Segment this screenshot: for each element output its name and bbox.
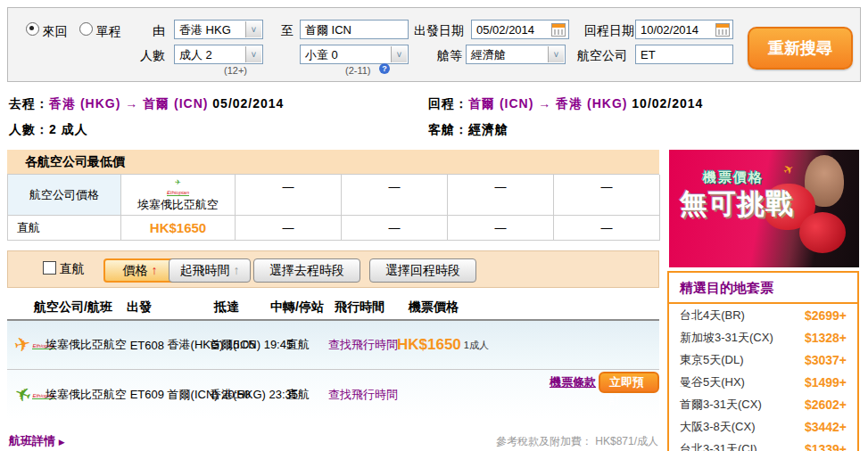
filter-bar: 直航 價格 ↑ 起飛時間 ↑ 選擇去程時段 選擇回程時段 bbox=[7, 250, 659, 288]
airline-input[interactable]: ET bbox=[635, 45, 733, 64]
flight-time-link[interactable]: 查找飛行時間 bbox=[328, 370, 398, 419]
stops-value: 直航 bbox=[286, 370, 310, 419]
ethiopian-airlines-logo-icon: ✈Ethiopian bbox=[167, 176, 189, 197]
matrix-empty-cell: — bbox=[448, 216, 554, 241]
deal-price: $2602+ bbox=[805, 398, 847, 412]
radio-round-trip-icon[interactable] bbox=[26, 22, 39, 36]
deal-name: 首爾3-31天(CX) bbox=[680, 397, 762, 413]
child-age-note: (2-11) bbox=[345, 65, 371, 76]
flight-time-link[interactable]: 查找飛行時間 bbox=[328, 321, 398, 369]
matrix-airline-name: 埃塞俄比亞航空 bbox=[137, 197, 219, 213]
child-select[interactable]: 小童 0 ˅ bbox=[300, 45, 409, 64]
dropdown-arrow-icon[interactable]: ˅ bbox=[391, 46, 407, 62]
dropdown-arrow-icon[interactable]: ˅ bbox=[548, 46, 564, 62]
cabin-select[interactable]: 經濟艙 ˅ bbox=[466, 45, 566, 64]
fare-price-cell: HK$1650 1成人 bbox=[397, 321, 489, 369]
depart-date-label: 出發日期 bbox=[414, 23, 464, 39]
deal-item[interactable]: 新加坡3-31天(CX) $1328+ bbox=[669, 326, 857, 348]
matrix-airline-cell[interactable]: ✈Ethiopian 埃塞俄比亞航空 bbox=[121, 175, 236, 216]
help-question-icon[interactable]: ? bbox=[379, 63, 390, 74]
deal-name: 台北3-31天(CI) bbox=[680, 441, 757, 451]
calendar-icon[interactable] bbox=[715, 23, 730, 37]
banner-tagline-small: 機票價格 bbox=[703, 169, 764, 186]
promo-banner[interactable]: 機票價格 ✈ 無可挑戰 bbox=[669, 150, 859, 267]
pax-label: 人數 bbox=[140, 48, 165, 64]
to-value: 首爾 ICN bbox=[305, 23, 351, 37]
child-value: 小童 0 bbox=[305, 48, 338, 62]
deal-item[interactable]: 東京5天(DL) $3037+ bbox=[669, 348, 857, 371]
matrix-empty-cell: — bbox=[554, 216, 660, 241]
airline-label: 航空公司 bbox=[577, 48, 627, 64]
direct-checkbox-icon[interactable] bbox=[43, 261, 56, 275]
outbound-summary: 去程：香港 (HKG) → 首爾 (ICN) 05/02/2014 bbox=[9, 96, 284, 112]
banner-plane-icon: ✈ bbox=[781, 160, 797, 178]
return-date-label: 回程日期 bbox=[584, 23, 634, 39]
adult-select[interactable]: 成人 2 ˅ bbox=[174, 45, 263, 64]
deal-item[interactable]: 大阪3-8天(CX) $3442+ bbox=[669, 415, 857, 438]
sort-departure-button[interactable]: 起飛時間 ↑ bbox=[169, 258, 251, 283]
airline-name: 埃塞俄比亞航空 bbox=[45, 337, 127, 353]
to-input[interactable]: 首爾 ICN bbox=[300, 20, 409, 39]
deal-price: $1328+ bbox=[805, 331, 847, 345]
depart-date-value: 05/02/2014 bbox=[476, 23, 534, 37]
col-header-price: 機票價格 bbox=[409, 299, 459, 316]
flight-number: ET609 bbox=[130, 388, 164, 401]
caret-right-icon: ▶ bbox=[59, 438, 65, 447]
airline-name: 埃塞俄比亞航空 bbox=[45, 387, 127, 403]
deal-item[interactable]: 台北3-31天(CI) $1339+ bbox=[669, 438, 857, 451]
round-trip-label: 來回 bbox=[43, 24, 68, 38]
direct-flight-filter[interactable]: 直航 bbox=[43, 261, 85, 277]
fare-price: HK$1650 bbox=[397, 336, 461, 354]
from-select[interactable]: 香港 HKG ˅ bbox=[174, 20, 263, 39]
matrix-direct-price[interactable]: HK$1650 bbox=[121, 216, 236, 241]
dropdown-arrow-icon[interactable]: ˅ bbox=[245, 21, 261, 37]
deal-price: $1499+ bbox=[805, 375, 847, 390]
col-header-duration: 飛行時間 bbox=[335, 299, 384, 316]
outbound-route: 香港 (HKG) → 首爾 (ICN) bbox=[49, 96, 208, 111]
matrix-row-header: 航空公司價格 bbox=[8, 175, 121, 216]
deal-item[interactable]: 曼谷5天(HX) $1499+ bbox=[669, 371, 857, 393]
sort-price-button[interactable]: 價格 ↑ bbox=[103, 258, 177, 283]
search-again-button[interactable]: 重新搜尋 bbox=[748, 27, 853, 70]
inbound-date: 10/02/2014 bbox=[632, 96, 703, 111]
sort-up-arrow-icon: ↑ bbox=[233, 263, 239, 277]
featured-deals-panel: 精選目的地套票 台北4天(BR) $2699+ 新加坡3-31天(CX) $13… bbox=[667, 271, 859, 451]
trip-type-round[interactable]: 來回 bbox=[26, 22, 68, 40]
calendar-icon[interactable] bbox=[551, 23, 566, 37]
deal-item[interactable]: 首爾3-31天(CX) $2602+ bbox=[669, 393, 857, 415]
flight-search-page: 來回 單程 由 香港 HKG ˅ 至 首爾 ICN 出發日期 05/02/201… bbox=[0, 0, 868, 451]
adult-value: 成人 2 bbox=[179, 48, 212, 62]
matrix-empty-cell: — bbox=[236, 216, 342, 241]
flight-details-link[interactable]: 航班詳情 ▶ bbox=[9, 433, 65, 449]
arrive-city-time: 香港(HKG) 23:35 bbox=[210, 370, 298, 419]
book-now-button[interactable]: 立即預訂 bbox=[599, 372, 659, 393]
outbound-label: 去程： bbox=[9, 96, 49, 111]
radio-one-way-icon[interactable] bbox=[79, 22, 93, 36]
matrix-direct-label: 直航 bbox=[8, 216, 121, 241]
depart-date-input[interactable]: 05/02/2014 bbox=[471, 20, 569, 39]
deal-price: $3442+ bbox=[805, 420, 847, 434]
col-header-airline: 航空公司/航班 bbox=[34, 299, 112, 316]
sort-price-label: 價格 bbox=[123, 263, 148, 277]
deal-name: 曼谷5天(HX) bbox=[680, 374, 745, 390]
price-matrix-table: 航空公司價格 ✈Ethiopian 埃塞俄比亞航空 — — — — 直航 HK$… bbox=[7, 174, 659, 241]
select-inbound-time-button[interactable]: 選擇回程時段 bbox=[369, 258, 476, 283]
select-outbound-time-button[interactable]: 選擇去程時段 bbox=[253, 258, 360, 283]
one-way-label: 單程 bbox=[96, 24, 121, 38]
matrix-empty-cell: — bbox=[236, 175, 342, 216]
deal-price: $3037+ bbox=[805, 353, 847, 367]
deal-name: 新加坡3-31天(CX) bbox=[680, 330, 773, 346]
banner-tagline-big: 無可挑戰 bbox=[680, 185, 794, 223]
matrix-empty-cell: — bbox=[554, 175, 660, 216]
adult-age-note: (12+) bbox=[224, 65, 247, 76]
fare-terms-link[interactable]: 機票條款 bbox=[550, 357, 596, 406]
deal-name: 台北4天(BR) bbox=[680, 308, 745, 324]
deal-price: $2699+ bbox=[805, 308, 847, 323]
deal-item[interactable]: 台北4天(BR) $2699+ bbox=[669, 304, 857, 326]
cabin-summary: 客艙：經濟艙 bbox=[428, 122, 508, 138]
outbound-date: 05/02/2014 bbox=[212, 96, 284, 111]
trip-type-oneway[interactable]: 單程 bbox=[79, 22, 121, 40]
return-date-input[interactable]: 10/02/2014 bbox=[635, 20, 733, 39]
dropdown-arrow-icon[interactable]: ˅ bbox=[245, 46, 261, 62]
matrix-empty-cell: — bbox=[342, 175, 448, 216]
